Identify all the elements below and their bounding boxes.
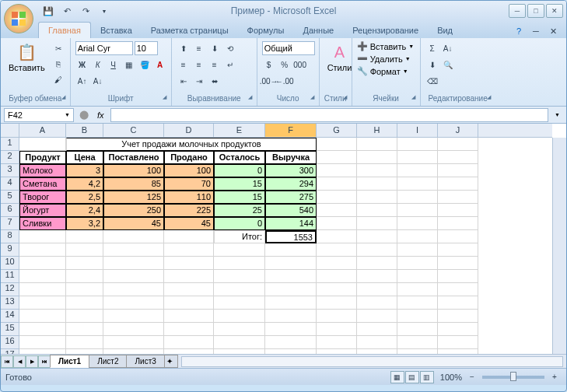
row-header-10[interactable]: 10 — [1, 257, 19, 270]
cell[interactable] — [397, 177, 438, 191]
autosum-icon[interactable]: Σ — [425, 41, 439, 55]
cell[interactable] — [66, 310, 103, 323]
cell[interactable] — [164, 257, 214, 270]
cell[interactable] — [19, 243, 66, 257]
cell[interactable] — [19, 296, 66, 310]
cell[interactable] — [164, 243, 214, 257]
cell[interactable] — [317, 323, 357, 336]
cell[interactable] — [438, 257, 478, 270]
italic-button[interactable]: К — [91, 58, 105, 72]
cell[interactable] — [66, 336, 103, 349]
minimize-button[interactable]: ─ — [509, 4, 526, 18]
align-middle-icon[interactable]: ≡ — [192, 41, 206, 55]
cell[interactable]: 15 — [214, 177, 265, 191]
cell[interactable]: Цена — [66, 151, 103, 164]
cell[interactable] — [397, 283, 438, 296]
cell[interactable]: 250 — [103, 204, 164, 217]
copy-icon[interactable]: ⎘ — [51, 57, 65, 71]
cell[interactable] — [397, 270, 438, 283]
sheet-tab-3[interactable]: Лист3 — [126, 355, 164, 368]
cell[interactable] — [66, 349, 103, 354]
tab-home[interactable]: Главная — [38, 22, 91, 38]
cell[interactable]: 25 — [214, 204, 265, 217]
decrease-decimal-icon[interactable]: ←.00 — [278, 74, 292, 88]
row-header-17[interactable]: 17 — [1, 349, 19, 354]
zoom-level[interactable]: 100% — [440, 373, 462, 382]
zoom-in-button[interactable]: + — [548, 370, 562, 384]
sheet-tab-1[interactable]: Лист1 — [50, 355, 89, 368]
cell[interactable] — [164, 283, 214, 296]
cell[interactable] — [438, 243, 478, 257]
find-icon[interactable]: 🔍 — [441, 58, 455, 72]
cell[interactable] — [66, 296, 103, 310]
cell[interactable] — [265, 296, 317, 310]
cell[interactable] — [164, 323, 214, 336]
cell[interactable] — [317, 177, 357, 191]
row-header-2[interactable]: 2 — [1, 151, 19, 164]
save-icon[interactable]: 💾 — [41, 4, 55, 18]
cell[interactable]: 45 — [103, 217, 164, 230]
maximize-button[interactable]: □ — [527, 4, 544, 18]
cell[interactable] — [66, 283, 103, 296]
cell[interactable] — [214, 336, 265, 349]
redo-icon[interactable]: ↷ — [79, 4, 93, 18]
cell[interactable] — [164, 296, 214, 310]
fill-color-button[interactable]: 🪣 — [138, 58, 152, 72]
cells-area[interactable]: Учет продажи молочных продуктовПродуктЦе… — [19, 138, 552, 354]
undo-icon[interactable]: ↶ — [60, 4, 74, 18]
col-header-G[interactable]: G — [317, 124, 357, 137]
cell[interactable] — [397, 296, 438, 310]
cell[interactable] — [357, 204, 397, 217]
cell[interactable] — [164, 336, 214, 349]
row-header-11[interactable]: 11 — [1, 270, 19, 283]
row-header-13[interactable]: 13 — [1, 296, 19, 310]
cell[interactable] — [214, 349, 265, 354]
cell[interactable] — [214, 243, 265, 257]
cell[interactable] — [357, 349, 397, 354]
cell[interactable]: 300 — [265, 164, 317, 177]
cell[interactable] — [438, 336, 478, 349]
row-header-15[interactable]: 15 — [1, 323, 19, 336]
cell[interactable] — [265, 283, 317, 296]
select-all-corner[interactable] — [1, 124, 19, 138]
delete-cells-button[interactable]: Удалить — [370, 54, 403, 64]
cell[interactable]: Продано — [164, 151, 214, 164]
cell[interactable] — [317, 164, 357, 177]
bold-button[interactable]: Ж — [75, 58, 89, 72]
col-header-J[interactable]: J — [438, 124, 478, 137]
align-top-icon[interactable]: ⬆ — [177, 41, 191, 55]
cell[interactable] — [265, 323, 317, 336]
sheet-tab-2[interactable]: Лист2 — [89, 355, 127, 368]
cell[interactable]: 3,2 — [66, 217, 103, 230]
cell[interactable]: 1553 — [265, 230, 317, 243]
cell[interactable] — [397, 230, 438, 243]
cell[interactable]: 2,4 — [66, 204, 103, 217]
cell[interactable]: 0 — [214, 217, 265, 230]
page-break-view-button[interactable]: ▥ — [420, 371, 434, 383]
tab-insert[interactable]: Вставка — [91, 23, 142, 38]
cell[interactable] — [103, 296, 164, 310]
cell[interactable]: Сметана — [19, 177, 66, 191]
cell[interactable] — [214, 323, 265, 336]
cell[interactable] — [397, 164, 438, 177]
font-size-combo[interactable] — [135, 41, 158, 55]
cut-icon[interactable]: ✂ — [51, 41, 65, 55]
tab-layout[interactable]: Разметка страницы — [142, 23, 238, 38]
close-button[interactable]: ✕ — [546, 4, 563, 18]
cell[interactable] — [265, 257, 317, 270]
cell[interactable] — [66, 270, 103, 283]
paste-button[interactable]: 📋 Вставить — [5, 41, 48, 74]
col-header-H[interactable]: H — [357, 124, 397, 137]
row-header-12[interactable]: 12 — [1, 283, 19, 296]
currency-icon[interactable]: $ — [262, 58, 276, 72]
cell[interactable] — [317, 217, 357, 230]
cell[interactable] — [214, 283, 265, 296]
sort-icon[interactable]: A↓ — [441, 41, 455, 55]
cell[interactable] — [357, 270, 397, 283]
cell[interactable] — [397, 336, 438, 349]
cell[interactable] — [19, 138, 66, 151]
col-header-B[interactable]: B — [66, 124, 103, 137]
cell[interactable]: Продукт — [19, 151, 66, 164]
cell[interactable] — [66, 323, 103, 336]
cell[interactable] — [438, 164, 478, 177]
